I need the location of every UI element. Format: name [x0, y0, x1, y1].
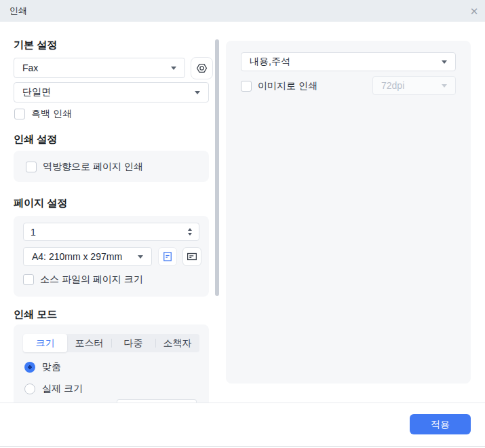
- tab-booklet[interactable]: 소책자: [155, 334, 199, 352]
- chevron-down-icon: [442, 84, 447, 88]
- basic-settings-heading: 기본 설정: [14, 39, 57, 52]
- dpi-select-value: 72dpi: [381, 80, 404, 91]
- fit-radio[interactable]: [24, 362, 35, 373]
- window-bottom-edge: [0, 446, 485, 447]
- source-size-checkbox[interactable]: [23, 274, 34, 285]
- landscape-page-icon: [186, 250, 198, 263]
- tab-poster[interactable]: 포스터: [67, 334, 111, 352]
- reverse-label: 역방향으로 페이지 인쇄: [43, 161, 143, 173]
- print-mode-tabs: 크기 포스터 다중 소책자: [23, 334, 199, 352]
- fit-radio-row[interactable]: 맞춤: [24, 361, 61, 373]
- page-range-input[interactable]: 1: [23, 223, 199, 241]
- sides-select[interactable]: 단일면: [14, 82, 209, 102]
- print-as-image-row[interactable]: 이미지로 인쇄: [241, 80, 317, 92]
- left-panel-scrollbar[interactable]: [215, 39, 219, 296]
- printer-properties-button[interactable]: [191, 57, 213, 79]
- grayscale-checkbox[interactable]: [14, 109, 25, 119]
- sides-select-value: 단일면: [22, 86, 51, 98]
- content-select-value: 내용,주석: [250, 56, 290, 68]
- paper-size-value: A4: 210mm x 297mm: [32, 251, 122, 262]
- chevron-down-icon: [138, 255, 143, 259]
- spinner-down-icon[interactable]: [188, 233, 192, 236]
- print-mode-box: 크기 포스터 다중 소책자 맞춤 실제 크기: [14, 324, 209, 403]
- print-as-image-checkbox[interactable]: [241, 81, 252, 92]
- chevron-down-icon: [442, 60, 447, 64]
- tab-size[interactable]: 크기: [23, 334, 67, 352]
- chevron-down-icon: [195, 91, 200, 94]
- grayscale-checkbox-row[interactable]: 흑백 인쇄: [14, 108, 72, 120]
- window-title: 인쇄: [9, 0, 27, 22]
- titlebar: 인쇄 ✕: [0, 0, 485, 22]
- actual-size-radio[interactable]: [24, 384, 35, 394]
- spinner-stepper[interactable]: [188, 228, 192, 236]
- dpi-select: 72dpi: [372, 76, 456, 95]
- print-mode-heading: 인쇄 모드: [14, 308, 57, 321]
- print-settings-heading: 인쇄 설정: [14, 133, 57, 146]
- right-panel: 내용,주석 이미지로 인쇄 72dpi: [226, 41, 471, 384]
- portrait-page-icon: [161, 250, 174, 263]
- paper-size-select[interactable]: A4: 210mm x 297mm: [23, 247, 152, 266]
- tab-multiple[interactable]: 다중: [111, 334, 155, 352]
- actual-size-radio-label: 실제 크기: [42, 383, 83, 395]
- portrait-orientation-button[interactable]: [158, 247, 177, 266]
- grayscale-label: 흑백 인쇄: [31, 108, 72, 120]
- landscape-orientation-button[interactable]: [182, 247, 201, 266]
- chevron-down-icon: [171, 67, 176, 70]
- page-settings-box: 1 A4: 210mm x 297mm 소스 파일의 페이지 크기: [14, 216, 209, 297]
- content-select[interactable]: 내용,주석: [241, 52, 456, 71]
- source-size-label: 소스 파일의 페이지 크기: [40, 274, 143, 286]
- spinner-up-icon[interactable]: [188, 228, 192, 231]
- fit-radio-label: 맞춤: [42, 361, 61, 373]
- source-size-checkbox-row[interactable]: 소스 파일의 페이지 크기: [23, 274, 143, 286]
- gear-icon: [195, 62, 208, 75]
- print-settings-box: 역방향으로 페이지 인쇄: [14, 151, 209, 182]
- page-range-value: 1: [31, 227, 36, 238]
- printer-select-value: Fax: [22, 62, 38, 73]
- print-as-image-label: 이미지로 인쇄: [258, 80, 317, 92]
- reverse-checkbox[interactable]: [26, 162, 37, 172]
- footer-divider: [0, 403, 485, 403]
- close-icon[interactable]: ✕: [467, 5, 481, 18]
- printer-select[interactable]: Fax: [14, 58, 185, 78]
- actual-size-radio-row[interactable]: 실제 크기: [24, 383, 83, 395]
- page-settings-heading: 페이지 설정: [14, 197, 67, 210]
- reverse-checkbox-row[interactable]: 역방향으로 페이지 인쇄: [26, 161, 143, 173]
- apply-button[interactable]: 적용: [410, 414, 471, 434]
